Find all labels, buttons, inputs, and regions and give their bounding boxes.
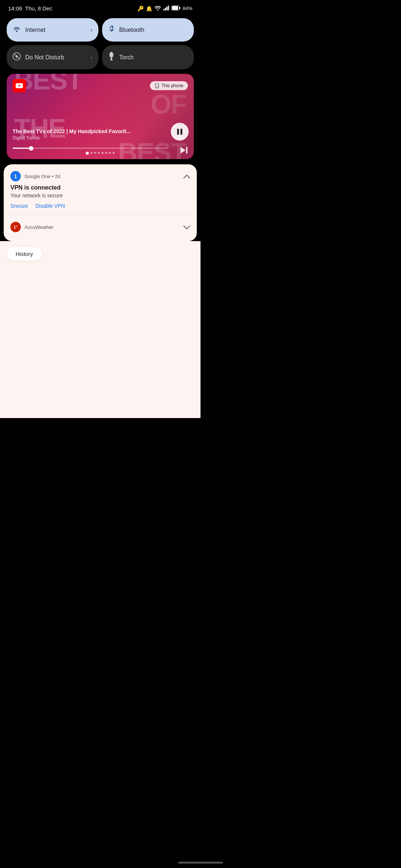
status-date: Thu, 8 Dec [25,5,52,11]
google-one-title: VPN is connected [10,184,190,191]
mute-icon: 🔔 [146,6,152,11]
dot-5 [101,152,104,154]
progress-fill [13,148,31,149]
progress-track [13,148,168,149]
bluetooth-tile[interactable]: Bluetooth [102,18,194,42]
notification-panel: 1 Google One • 2d VPN is connected Your … [4,164,197,241]
bluetooth-icon [108,25,115,35]
dot-8 [113,152,115,154]
dnd-arrow-icon: › [91,54,92,61]
google-one-app-name: Google One • 2d [25,174,60,179]
media-title: The Best TVs of 2022 | My Handpicked Fav… [13,128,164,135]
progress-thumb [29,146,33,151]
google-one-actions: Snooze Disable VPN [10,203,190,209]
notif-app-row-aw: 1° AccuWeather [10,222,53,232]
quick-tiles: Internet › Bluetooth Do Not Disturb › [0,14,200,72]
media-progress-bar[interactable] [13,148,168,149]
wifi-icon [13,26,21,34]
internet-label: Internet [25,27,86,33]
svg-rect-6 [172,6,178,10]
history-button[interactable]: History [7,247,42,261]
accuweather-expand-button[interactable] [183,223,190,231]
dot-7 [109,152,111,154]
accuweather-notification[interactable]: 1° AccuWeather [4,215,197,241]
pause-button[interactable] [171,123,189,141]
notif-app-row: 1 Google One • 2d [10,171,60,181]
google-one-notification[interactable]: 1 Google One • 2d VPN is connected Your … [4,164,197,215]
google-one-body: Your network is secure [10,193,190,198]
dnd-tile[interactable]: Do Not Disturb › [7,45,98,69]
media-info: The Best TVs of 2022 | My Handpicked Fav… [13,128,164,141]
bottom-area [0,270,200,418]
key-icon: 🔑 [137,6,144,11]
dot-2 [90,152,92,154]
next-button[interactable] [180,147,189,155]
google-one-icon: 1 [10,171,21,181]
accuweather-app-name: AccuWeather [25,224,53,230]
status-time: 14:06 [8,5,22,11]
signal-icon [163,5,169,11]
svg-rect-3 [168,6,169,10]
media-player[interactable]: BEST OF THE BEST This phone The Best TVs… [7,74,194,159]
torch-label: Torch [119,54,188,61]
dnd-label: Do Not Disturb [25,54,86,61]
svg-rect-16 [180,129,182,135]
dot-4 [98,152,100,154]
svg-rect-11 [110,52,113,53]
youtube-icon [13,79,26,92]
dot-1 [86,152,89,155]
svg-line-10 [14,54,19,59]
svg-rect-0 [163,9,164,10]
dot-6 [105,152,107,154]
media-dots [86,152,115,155]
torch-icon [108,52,115,63]
svg-point-14 [157,87,157,88]
dnd-icon [13,52,21,62]
notif-header-accuweather: 1° AccuWeather [10,222,190,232]
history-area: History [0,241,200,270]
torch-tile[interactable]: Torch [102,45,194,69]
svg-rect-5 [179,7,180,9]
internet-arrow-icon: › [91,27,92,33]
bluetooth-label: Bluetooth [119,27,188,33]
dot-3 [94,152,96,154]
svg-rect-12 [111,57,112,60]
accuweather-icon: 1° [10,222,21,232]
svg-rect-2 [166,7,167,10]
this-phone-badge: This phone [150,81,188,90]
snooze-button[interactable]: Snooze [10,203,28,209]
status-icons: 🔑 🔔 84% [137,5,192,11]
internet-tile[interactable]: Internet › [7,18,98,42]
svg-rect-15 [177,129,179,135]
battery-icon [172,6,180,11]
media-header: This phone [13,79,188,92]
notif-header-google-one: 1 Google One • 2d [10,171,190,181]
media-controls [171,123,189,141]
status-bar: 14:06 Thu, 8 Dec 🔑 🔔 [0,0,200,14]
media-source: Digital Trends [13,135,164,141]
wifi-status-icon [154,6,161,11]
battery-percent: 84% [183,6,192,11]
disable-vpn-button[interactable]: Disable VPN [35,203,65,209]
google-one-collapse-button[interactable] [183,172,190,180]
svg-rect-1 [165,8,166,10]
